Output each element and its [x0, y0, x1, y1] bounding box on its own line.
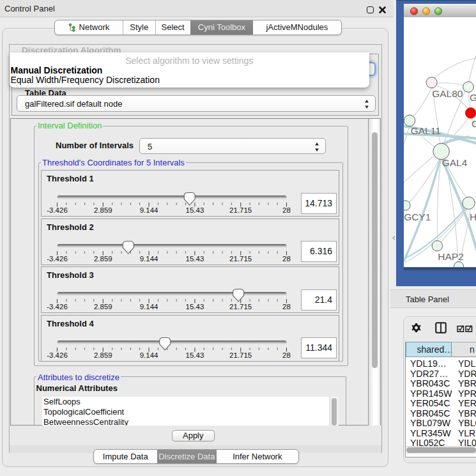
svg-text:-3.426: -3.426 — [47, 303, 68, 311]
svg-text:21.715: 21.715 — [229, 351, 252, 359]
svg-text:-3.426: -3.426 — [47, 351, 68, 359]
svg-text:2.859: 2.859 — [94, 303, 112, 311]
svg-text:15.43: 15.43 — [186, 206, 204, 214]
svg-text:28: 28 — [282, 255, 291, 263]
svg-text:GCY1: GCY1 — [404, 211, 431, 222]
svg-text:GAL80: GAL80 — [432, 88, 463, 99]
svg-text:GA: GA — [470, 92, 476, 103]
svg-text:GAL4: GAL4 — [442, 157, 468, 168]
svg-text:21.715: 21.715 — [229, 206, 252, 214]
svg-text:GAL11: GAL11 — [411, 125, 441, 136]
svg-text:2.859: 2.859 — [94, 255, 112, 263]
svg-text:15.43: 15.43 — [186, 351, 204, 359]
svg-text:9.144: 9.144 — [140, 303, 158, 311]
svg-text:-3.426: -3.426 — [47, 206, 68, 214]
svg-text:21.715: 21.715 — [229, 255, 252, 263]
svg-text:9.144: 9.144 — [140, 351, 158, 359]
svg-text:21.715: 21.715 — [229, 303, 252, 311]
svg-text:28: 28 — [282, 351, 291, 359]
svg-text:C: C — [472, 118, 476, 129]
svg-text:H: H — [470, 211, 476, 222]
svg-text:9.144: 9.144 — [140, 255, 158, 263]
svg-text:HAP2: HAP2 — [438, 251, 464, 262]
svg-text:28: 28 — [282, 206, 291, 214]
svg-text:28: 28 — [282, 303, 291, 311]
svg-text:2.859: 2.859 — [94, 351, 112, 359]
svg-text:9.144: 9.144 — [140, 206, 158, 214]
svg-text:15.43: 15.43 — [186, 303, 204, 311]
svg-text:-3.426: -3.426 — [47, 255, 68, 263]
svg-text:15.43: 15.43 — [186, 255, 204, 263]
svg-text:2.859: 2.859 — [94, 206, 112, 214]
